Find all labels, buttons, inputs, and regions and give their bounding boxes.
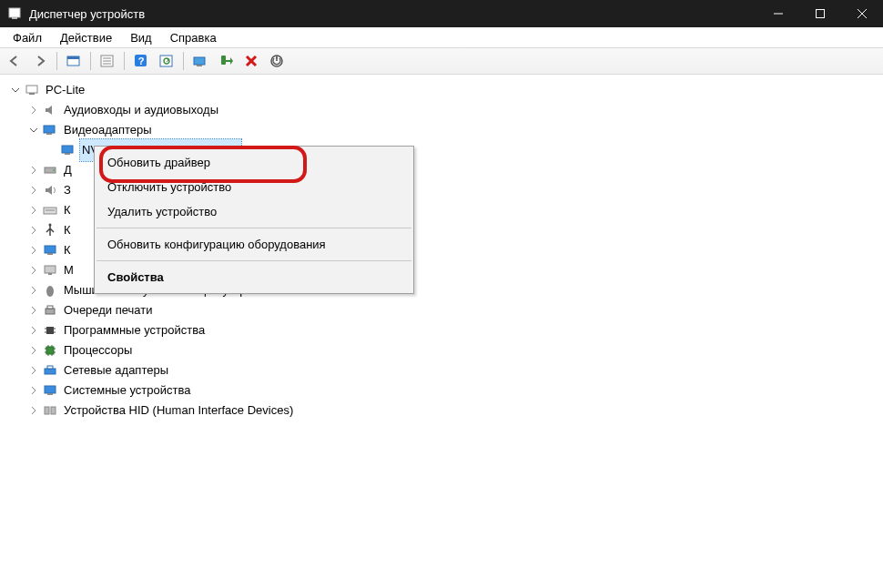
tree-item-label: Д <box>62 159 74 181</box>
minimize-button[interactable] <box>757 0 799 27</box>
maximize-button[interactable] <box>799 0 841 27</box>
toolbar-separator <box>90 52 91 70</box>
menu-file[interactable]: Файл <box>4 29 51 46</box>
svg-rect-58 <box>51 407 56 414</box>
chevron-right-icon[interactable] <box>27 164 40 177</box>
svg-rect-26 <box>65 153 70 155</box>
tree-category-video[interactable]: Видеоадаптеры <box>27 120 883 140</box>
tree-category-hid[interactable]: Устройства HID (Human Interface Devices) <box>27 400 883 421</box>
tree-root-label: PC-Lite <box>44 79 86 101</box>
keyboard-icon <box>42 202 58 218</box>
svg-point-28 <box>53 169 55 171</box>
tree-item-label: К <box>62 219 73 241</box>
tree-item-label: Программные устройства <box>62 319 207 341</box>
chevron-right-icon[interactable] <box>27 384 40 397</box>
svg-rect-54 <box>47 366 53 369</box>
tree-item-label: З <box>62 179 73 201</box>
window-controls <box>757 0 883 27</box>
tree-item-label: К <box>62 239 73 261</box>
disable-device-button[interactable] <box>265 50 289 72</box>
menu-help[interactable]: Справка <box>161 29 226 46</box>
menu-action[interactable]: Действие <box>51 29 121 46</box>
svg-rect-56 <box>47 393 53 395</box>
ctx-separator <box>96 260 411 261</box>
tree-root-node[interactable]: PC-Lite <box>9 80 883 100</box>
display-adapter-icon <box>60 142 76 158</box>
svg-rect-57 <box>45 407 49 414</box>
titlebar: Диспетчер устройств <box>0 0 883 27</box>
help-button[interactable]: ? <box>129 50 153 72</box>
computer-icon <box>24 82 40 98</box>
tree-category-audio[interactable]: Аудиовходы и аудиовыходы <box>27 100 883 120</box>
uninstall-device-button[interactable] <box>239 50 263 72</box>
twisty-blank <box>46 144 58 157</box>
svg-rect-39 <box>46 327 54 334</box>
mouse-icon <box>42 282 58 299</box>
chevron-right-icon[interactable] <box>27 304 40 317</box>
chevron-right-icon[interactable] <box>27 344 40 357</box>
svg-point-31 <box>49 224 52 227</box>
enable-device-button[interactable] <box>214 50 238 72</box>
tree-item-label: Системные устройства <box>62 380 192 401</box>
display-adapter-icon <box>42 122 58 138</box>
update-driver-button[interactable] <box>188 50 212 72</box>
chevron-right-icon[interactable] <box>27 324 40 337</box>
window-title: Диспетчер устройств <box>29 7 145 21</box>
chevron-right-icon[interactable] <box>27 404 40 417</box>
forward-button[interactable] <box>28 50 52 72</box>
ctx-properties[interactable]: Свойства <box>95 265 413 289</box>
svg-rect-35 <box>48 273 52 275</box>
chevron-right-icon[interactable] <box>27 364 40 377</box>
svg-rect-55 <box>45 386 56 393</box>
tree-item-label: Аудиовходы и аудиовыходы <box>62 99 220 121</box>
chevron-right-icon[interactable] <box>27 264 40 277</box>
chevron-right-icon[interactable] <box>27 104 40 117</box>
tree-category-software[interactable]: Программные устройства <box>27 320 883 340</box>
svg-text:?: ? <box>138 56 145 66</box>
svg-rect-34 <box>45 266 56 273</box>
ctx-update-driver[interactable]: Обновить драйвер <box>95 150 413 175</box>
svg-rect-32 <box>45 246 56 253</box>
tree-panel: PC-Lite Аудиовходы и аудиовыходы <box>0 75 883 588</box>
chip-icon <box>42 322 58 339</box>
chevron-right-icon[interactable] <box>27 224 40 237</box>
chevron-down-icon[interactable] <box>9 84 22 96</box>
svg-rect-38 <box>47 306 53 309</box>
tree-item-label: Очереди печати <box>62 299 155 321</box>
svg-rect-16 <box>197 65 202 66</box>
svg-rect-37 <box>46 309 55 314</box>
ctx-uninstall-device[interactable]: Удалить устройство <box>95 199 413 224</box>
svg-point-36 <box>46 286 54 297</box>
chevron-right-icon[interactable] <box>27 204 40 217</box>
tree-category-printqueue[interactable]: Очереди печати <box>27 300 883 320</box>
scan-hardware-button[interactable] <box>155 50 178 72</box>
usb-icon <box>42 222 58 238</box>
cpu-icon <box>42 342 58 359</box>
svg-rect-3 <box>817 10 825 18</box>
show-hidden-button[interactable] <box>62 50 86 72</box>
chevron-right-icon[interactable] <box>27 184 40 197</box>
back-button[interactable] <box>3 50 26 72</box>
chevron-right-icon[interactable] <box>27 244 40 257</box>
svg-rect-15 <box>194 57 205 65</box>
ctx-scan-hardware[interactable]: Обновить конфигурацию оборудования <box>95 232 413 257</box>
menu-view[interactable]: Вид <box>121 29 161 46</box>
ctx-disable-device[interactable]: Отключить устройство <box>95 175 413 199</box>
properties-button[interactable] <box>96 50 119 72</box>
tree-item-label: Процессоры <box>62 340 134 361</box>
chevron-right-icon[interactable] <box>27 284 40 297</box>
tree-category-system[interactable]: Системные устройства <box>27 380 883 400</box>
tree-category-network[interactable]: Сетевые адаптеры <box>27 360 883 380</box>
system-icon <box>42 382 58 399</box>
chevron-down-icon[interactable] <box>27 124 40 137</box>
svg-rect-33 <box>47 253 53 255</box>
speaker-icon <box>42 102 58 118</box>
svg-rect-23 <box>44 126 55 133</box>
tree-category-processors[interactable]: Процессоры <box>27 340 883 360</box>
tree-item-label: М <box>62 259 76 281</box>
close-button[interactable] <box>841 0 883 27</box>
svg-rect-1 <box>12 17 17 19</box>
tree-item-label: Видеоадаптеры <box>62 119 154 141</box>
network-icon <box>42 362 58 379</box>
tree-item-label: К <box>62 199 73 221</box>
